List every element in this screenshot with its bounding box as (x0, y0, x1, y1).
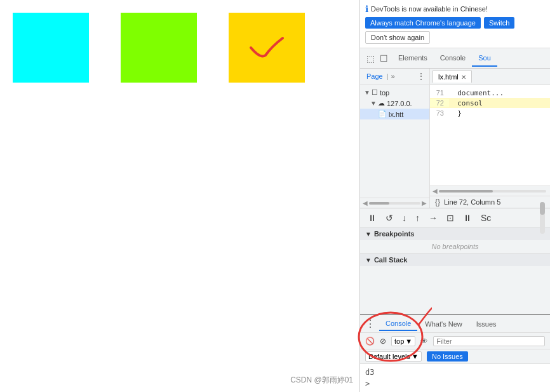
console-filter-input[interactable] (433, 336, 545, 346)
tab-console[interactable]: Console (434, 50, 472, 67)
breakpoints-arrow-icon: ▼ (365, 231, 372, 238)
no-breakpoints-text: No breakpoints (432, 243, 479, 250)
tree-item-top[interactable]: ▼ ☐ top (360, 87, 429, 98)
code-editor[interactable]: 71 document... 72 consol 73 } (430, 85, 550, 186)
step-out-btn[interactable]: ↑ (413, 212, 422, 224)
device-icon[interactable]: ☐ (379, 52, 389, 65)
more-debug-btn[interactable]: Sc (478, 212, 493, 224)
shapes-area (0, 0, 359, 95)
step-btn[interactable]: → (426, 212, 440, 224)
close-tab-icon[interactable]: ✕ (461, 74, 466, 81)
default-levels-selector[interactable]: Default levels ▼ (365, 351, 422, 362)
top-context-selector[interactable]: top ▼ (391, 336, 415, 346)
editor-area: Page | » ⋮ ▼ ☐ top ▼ ☁ (360, 69, 550, 208)
tree-item-localhost[interactable]: ▼ ☁ 127.0.0. (360, 98, 429, 109)
levels-dropdown-icon: ▼ (412, 353, 419, 360)
clear-console-btn[interactable]: 🚫 (365, 337, 375, 346)
eye-btn[interactable]: 👁 (420, 337, 428, 346)
console-tab-menu-icon[interactable]: ⋮ (365, 318, 375, 330)
line-content-72: consol (449, 99, 483, 107)
breakpoints-content: No breakpoints (360, 240, 550, 253)
tab-whats-new[interactable]: What's New (419, 318, 468, 330)
tree-file-icon: 📄 (378, 110, 387, 118)
green-square (121, 13, 197, 83)
top-context-label: top (394, 337, 404, 345)
console-toolbar: 🚫 ⊘ top ▼ 👁 (360, 333, 550, 349)
tab-elements[interactable]: Elements (392, 50, 434, 67)
file-tree-tabs: Page | » ⋮ (360, 69, 429, 84)
console-prompt-entry[interactable]: > (365, 378, 545, 389)
breakpoints-header[interactable]: ▼ Breakpoints (360, 227, 550, 240)
code-line-73: 73 } (430, 108, 550, 118)
file-tree-menu-icon[interactable]: ⋮ (417, 71, 426, 81)
scroll-left-icon: ◀ (363, 199, 368, 206)
code-line-72: 72 consol (430, 98, 550, 108)
code-tab-filename: lx.html (438, 73, 459, 81)
tree-arrow-top: ▼ (364, 89, 370, 96)
debug-toolbar: ⏸ ↺ ↓ ↑ → ⊡ ⏸ Sc (360, 208, 550, 227)
devtools-top-tabs: ⬚ ☐ Elements Console Sou (360, 48, 550, 69)
tab-console-bottom[interactable]: Console (379, 317, 417, 331)
dont-show-again-button[interactable]: Don't show again (365, 31, 430, 44)
notification-info: ℹ DevTools is now available in Chinese! (365, 4, 545, 14)
file-tree-tab-page[interactable]: Page (364, 71, 386, 81)
console-tabs: ⋮ Console What's New Issues (360, 315, 550, 333)
cyan-square (13, 13, 89, 83)
match-language-button[interactable]: Always match Chrome's language (365, 17, 481, 29)
callstack-header[interactable]: ▼ Call Stack (360, 253, 550, 266)
editor-scroll-bar[interactable]: ◀ (430, 186, 550, 196)
callstack-section: ▼ Call Stack (360, 253, 550, 266)
code-tab-active[interactable]: lx.html ✕ (433, 71, 472, 83)
step-into-btn[interactable]: ↓ (399, 212, 409, 224)
code-status-bar: {} Line 72, Column 5 (430, 196, 550, 208)
status-curly-icon: {} (435, 198, 440, 206)
no-issues-button[interactable]: No Issues (427, 351, 468, 362)
notification-bar: ℹ DevTools is now available in Chinese! … (360, 0, 550, 48)
browser-content: CSDN @郭雨婷01 (0, 0, 359, 392)
callstack-arrow-icon: ▼ (365, 257, 372, 264)
info-icon: ℹ (365, 4, 368, 14)
notification-message: DevTools is now available in Chinese! (371, 5, 488, 13)
tree-label-localhost: 127.0.0. (387, 100, 412, 107)
line-content-71: document... (449, 89, 504, 97)
code-panel: lx.html ✕ 71 document... 72 consol (430, 69, 550, 208)
scroll-right-icon: ▶ (422, 199, 427, 206)
default-levels-label: Default levels (368, 353, 410, 360)
file-tree-more-icon[interactable]: » (391, 72, 395, 80)
console-value-d3: d3 (365, 368, 374, 377)
line-number-71: 71 (430, 89, 449, 97)
block-btn[interactable]: ⊘ (380, 337, 386, 346)
pause-exceptions-btn[interactable]: ⏸ (460, 212, 474, 224)
step-over-btn[interactable]: ↺ (383, 212, 396, 224)
dropdown-arrow-icon: ▼ (405, 337, 412, 345)
tab-issues[interactable]: Issues (470, 318, 503, 330)
console-bottom-panel: ⋮ Console What's New Issues 🚫 ⊘ top ▼ 👁 (360, 314, 550, 392)
file-tree-content: ▼ ☐ top ▼ ☁ 127.0.0. 📄 lx.htt (360, 84, 429, 198)
sources-panel: Page | » ⋮ ▼ ☐ top ▼ ☁ (360, 69, 550, 314)
switch-button[interactable]: Switch (484, 17, 514, 29)
tree-label-file: lx.htt (389, 111, 403, 118)
console-entry-d3: d3 (365, 367, 545, 378)
console-prompt-symbol: > (365, 379, 370, 388)
notification-buttons: Always match Chrome's language Switch (365, 17, 545, 29)
watermark: CSDN @郭雨婷01 (290, 375, 353, 386)
tree-label-top: top (380, 89, 389, 97)
console-content: d3 > (360, 364, 550, 392)
tree-folder-icon: ☐ (372, 88, 378, 97)
tab-sources[interactable]: Sou (472, 50, 497, 67)
pause-resume-btn[interactable]: ⏸ (365, 212, 379, 224)
checkmark-icon (248, 35, 286, 60)
cursor-icon[interactable]: ⬚ (365, 52, 376, 65)
file-tree-sep: | (387, 72, 389, 80)
tree-scroll-bar[interactable]: ◀ ▶ (360, 198, 429, 208)
debug-scrollbar[interactable] (540, 202, 545, 234)
line-content-73: } (449, 109, 462, 118)
console-levels-row: Default levels ▼ No Issues (360, 349, 550, 364)
callstack-label: Call Stack (374, 256, 408, 264)
scroll-left2-icon: ◀ (433, 187, 438, 194)
status-text: Line 72, Column 5 (444, 198, 500, 206)
deactivate-breakpoints-btn[interactable]: ⊡ (444, 212, 457, 224)
breakpoints-label: Breakpoints (374, 230, 415, 238)
tree-item-file[interactable]: 📄 lx.htt (360, 109, 429, 119)
tree-arrow-localhost: ▼ (370, 100, 377, 107)
